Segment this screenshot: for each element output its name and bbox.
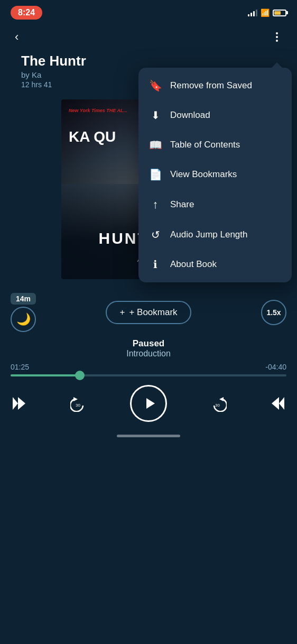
dropdown-menu: 🔖 Remove from Saved ⬇ Download 📖 Table o… — [138, 68, 292, 282]
dropdown-caret — [272, 62, 282, 68]
sleep-timer-group: 14m 🌙 — [11, 293, 36, 332]
replay-button[interactable]: 30 — [70, 395, 87, 412]
share-label: Share — [170, 199, 194, 210]
skip-back-button[interactable] — [11, 395, 27, 412]
status-bar: 8:24 📶 — [0, 0, 297, 23]
home-bar — [117, 435, 180, 437]
remove-saved-label: Remove from Saved — [170, 80, 252, 91]
audio-jump-icon: ↺ — [149, 228, 162, 241]
home-indicator — [0, 430, 297, 439]
dot1 — [276, 32, 278, 34]
share-icon: ↑ — [149, 198, 162, 211]
progress-container: 01:25 -04:40 — [0, 363, 297, 376]
menu-item-bookmarks[interactable]: 📄 View Bookmarks — [138, 160, 292, 189]
audio-jump-label: Audio Jump Length — [170, 229, 248, 240]
time-remaining: -04:40 — [265, 363, 286, 371]
cover-top-text: New York Times THE AL... — [69, 108, 127, 114]
forward-button[interactable]: 30 — [210, 395, 227, 412]
about-book-label: About Book — [170, 259, 217, 270]
dot2 — [276, 36, 278, 38]
menu-item-about-book[interactable]: ℹ About Book — [138, 250, 292, 279]
download-label: Download — [170, 110, 210, 121]
svg-marker-9 — [219, 397, 224, 401]
play-button[interactable] — [130, 385, 167, 422]
signal-icon — [248, 9, 257, 16]
moon-button[interactable]: 🌙 — [11, 307, 36, 332]
wifi-icon: 📶 — [261, 8, 270, 17]
plus-icon: + — [119, 307, 125, 318]
player-controls: 30 30 — [0, 385, 297, 430]
menu-item-share[interactable]: ↑ Share — [138, 189, 292, 220]
chapter-label: Introduction — [11, 349, 286, 358]
time-elapsed: 01:25 — [11, 363, 29, 371]
svg-text:30: 30 — [215, 403, 220, 408]
progress-thumb[interactable] — [75, 371, 85, 380]
view-bookmarks-icon: 📄 — [149, 168, 162, 181]
svg-marker-11 — [272, 397, 279, 410]
dot3 — [276, 40, 278, 42]
bookmark-label: + Bookmark — [129, 307, 177, 318]
book-title: The Huntr — [11, 53, 255, 69]
playback-info: Paused Introduction — [11, 338, 286, 358]
menu-item-audio-jump[interactable]: ↺ Audio Jump Length — [138, 220, 292, 250]
speed-button[interactable]: 1.5x — [261, 300, 286, 325]
bookmarks-label: View Bookmarks — [170, 169, 237, 180]
toc-icon: 📖 — [149, 139, 162, 151]
sleep-badge: 14m — [11, 293, 36, 305]
battery-icon — [273, 10, 286, 16]
menu-item-download[interactable]: ⬇ Download — [138, 100, 292, 130]
svg-marker-6 — [73, 397, 78, 401]
bookmark-button[interactable]: + + Bookmark — [106, 301, 191, 324]
progress-fill — [11, 374, 80, 376]
skip-forward-button[interactable] — [270, 395, 286, 412]
more-button[interactable] — [267, 27, 286, 47]
back-button[interactable]: ‹ — [11, 28, 23, 46]
toc-label: Table of Contents — [170, 140, 240, 150]
about-book-icon: ℹ — [149, 258, 162, 271]
sleep-bookmark-row: 14m 🌙 + + Bookmark 1.5x — [11, 293, 286, 332]
speed-label: 1.5x — [266, 308, 281, 317]
cover-author-name: KA QU — [69, 129, 116, 145]
progress-bar[interactable] — [11, 374, 286, 376]
svg-marker-4 — [13, 397, 18, 410]
header-nav: ‹ — [0, 23, 297, 51]
download-icon: ⬇ — [149, 109, 162, 122]
bookmark-remove-icon: 🔖 — [149, 79, 162, 92]
time-row: 01:25 -04:40 — [11, 363, 286, 371]
svg-text:30: 30 — [76, 403, 80, 408]
svg-marker-5 — [18, 397, 25, 410]
paused-label: Paused — [11, 338, 286, 349]
menu-item-remove-saved[interactable]: 🔖 Remove from Saved — [138, 71, 292, 100]
svg-marker-12 — [279, 397, 284, 410]
menu-item-toc[interactable]: 📖 Table of Contents — [138, 130, 292, 160]
controls-area: 14m 🌙 + + Bookmark 1.5x Paused Introduct… — [0, 288, 297, 358]
status-time: 8:24 — [11, 6, 42, 20]
svg-marker-8 — [146, 398, 155, 409]
status-icons: 📶 — [248, 8, 286, 17]
